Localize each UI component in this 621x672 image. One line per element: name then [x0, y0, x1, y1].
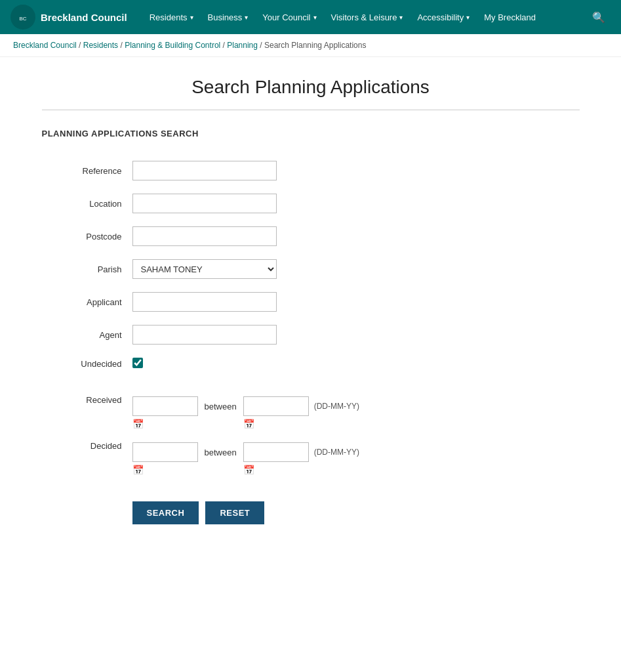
- form-buttons: SEARCH RESET: [42, 501, 580, 524]
- accessibility-chevron-icon: ▾: [466, 14, 470, 21]
- agent-label: Agent: [42, 318, 127, 351]
- breadcrumb-residents[interactable]: Residents: [83, 41, 118, 50]
- residents-chevron-icon: ▾: [190, 14, 193, 21]
- received-to-calendar-icon[interactable]: 📅: [243, 419, 309, 429]
- breadcrumb-sep-4: /: [260, 41, 264, 50]
- decided-from-calendar-icon[interactable]: 📅: [132, 465, 198, 475]
- received-row: Received 📅 between 📅 (DD-MM-YY): [42, 390, 580, 436]
- breadcrumb-home[interactable]: Breckland Council: [13, 41, 77, 50]
- reference-row: Reference: [42, 154, 580, 187]
- title-divider: [42, 110, 580, 110]
- received-between-label: between: [198, 396, 243, 411]
- postcode-row: Postcode: [42, 220, 580, 253]
- nav-logo[interactable]: BC Breckland Council: [10, 5, 127, 30]
- main-content: Search Planning Applications PLANNING AP…: [29, 57, 593, 564]
- applicant-input[interactable]: [132, 292, 277, 312]
- location-input[interactable]: [132, 194, 277, 213]
- nav-your-council[interactable]: Your Council ▾: [256, 9, 323, 26]
- postcode-input[interactable]: [132, 226, 277, 246]
- received-from-input[interactable]: [132, 396, 198, 416]
- business-chevron-icon: ▾: [245, 14, 248, 21]
- your-council-chevron-icon: ▾: [313, 14, 317, 21]
- decided-from-group: 📅: [132, 442, 198, 475]
- applicant-label: Applicant: [42, 285, 127, 318]
- agent-input[interactable]: [132, 325, 277, 345]
- received-to-group: 📅: [243, 396, 309, 429]
- breadcrumb-current: Search Planning Applications: [264, 41, 366, 50]
- reference-label: Reference: [42, 154, 127, 187]
- decided-format-hint: (DD-MM-YY): [309, 442, 359, 457]
- received-format-hint: (DD-MM-YY): [309, 396, 359, 411]
- reset-button[interactable]: RESET: [205, 501, 264, 524]
- nav-visitors[interactable]: Visitors & Leisure ▾: [325, 9, 410, 26]
- decided-to-calendar-icon[interactable]: 📅: [243, 465, 309, 475]
- section-header: PLANNING APPLICATIONS SEARCH: [42, 129, 580, 138]
- received-from-calendar-icon[interactable]: 📅: [132, 419, 198, 429]
- nav-links: Residents ▾ Business ▾ Your Council ▾ Vi…: [143, 7, 611, 28]
- decided-to-group: 📅: [243, 442, 309, 475]
- parish-label: Parish: [42, 253, 127, 285]
- spacer-row: [42, 377, 580, 390]
- parish-select[interactable]: SAHAM TONEY ATTLEBOROUGH DEREHAM SWAFFHA…: [132, 259, 277, 279]
- decided-from-input[interactable]: [132, 442, 198, 462]
- decided-row: Decided 📅 between 📅 (DD-MM-YY): [42, 436, 580, 482]
- location-row: Location: [42, 187, 580, 220]
- decided-between-label: between: [198, 442, 243, 457]
- breadcrumb: Breckland Council / Residents / Planning…: [0, 34, 621, 57]
- nav-my-breckland[interactable]: My Breckland: [477, 9, 542, 26]
- undecided-checkbox[interactable]: [132, 358, 143, 368]
- nav-logo-text: Breckland Council: [41, 12, 127, 23]
- nav-accessibility[interactable]: Accessibility ▾: [411, 9, 476, 26]
- breadcrumb-sep-1: /: [79, 41, 83, 50]
- visitors-chevron-icon: ▾: [399, 14, 403, 21]
- nav-residents[interactable]: Residents ▾: [143, 9, 200, 26]
- agent-row: Agent: [42, 318, 580, 351]
- svg-text:BC: BC: [19, 16, 26, 22]
- breadcrumb-planning[interactable]: Planning & Building Control: [125, 41, 220, 50]
- undecided-label: Undecided: [42, 351, 127, 377]
- nav-bar: BC Breckland Council Residents ▾ Busines…: [0, 0, 621, 34]
- postcode-label: Postcode: [42, 220, 127, 253]
- search-form: Reference Location Postcode: [42, 154, 580, 482]
- received-from-group: 📅: [132, 396, 198, 429]
- search-icon[interactable]: 🔍: [587, 7, 611, 28]
- nav-business[interactable]: Business ▾: [201, 9, 255, 26]
- reference-input[interactable]: [132, 161, 277, 180]
- received-label: Received: [42, 390, 127, 436]
- decided-label: Decided: [42, 436, 127, 482]
- undecided-row: Undecided: [42, 351, 580, 377]
- received-to-input[interactable]: [243, 396, 309, 416]
- page-title: Search Planning Applications: [42, 77, 580, 98]
- decided-to-input[interactable]: [243, 442, 309, 462]
- applicant-row: Applicant: [42, 285, 580, 318]
- location-label: Location: [42, 187, 127, 220]
- breadcrumb-planning-sub[interactable]: Planning: [227, 41, 258, 50]
- search-button[interactable]: SEARCH: [132, 501, 199, 524]
- parish-row: Parish SAHAM TONEY ATTLEBOROUGH DEREHAM …: [42, 253, 580, 285]
- logo-icon: BC: [10, 5, 35, 30]
